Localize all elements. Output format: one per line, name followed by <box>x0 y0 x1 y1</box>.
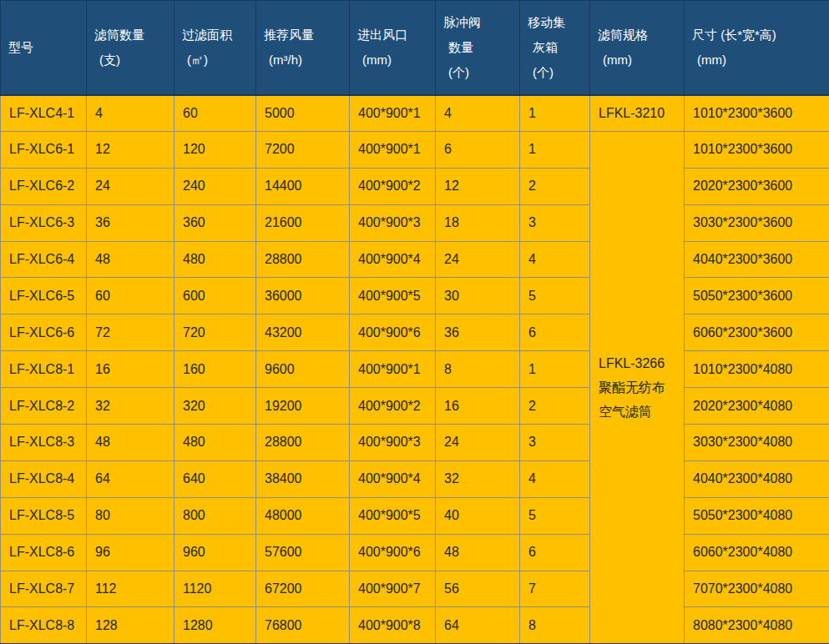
col-header-model: 型号 <box>1 1 87 95</box>
table-row: LF-XLC8-8128128076800400*900*86488080*23… <box>1 607 829 644</box>
cell-airflow: 67200 <box>256 571 350 607</box>
col-header-line: 尺寸 (长*宽*高) <box>692 23 826 48</box>
cell-dimensions: 1010*2300*4080 <box>685 351 829 388</box>
cell-inlet_outlet: 400*900*1 <box>350 131 436 168</box>
cell-dimensions: 5050*2300*3600 <box>685 278 829 314</box>
cell-inlet_outlet: 400*900*3 <box>350 204 436 241</box>
cell-pulse_valves: 36 <box>436 314 520 351</box>
cell-model: LF-XLC8-1 <box>1 351 87 388</box>
cell-cartridge_count: 60 <box>87 278 174 314</box>
table-row: LF-XLC8-7112112067200400*900*75677070*23… <box>1 571 829 607</box>
cell-pulse_valves: 48 <box>436 534 520 571</box>
cell-model: LF-XLC8-4 <box>1 460 87 497</box>
cell-model: LF-XLC6-6 <box>1 314 87 351</box>
cell-model: LF-XLC4-1 <box>1 95 87 132</box>
cell-inlet_outlet: 400*900*5 <box>350 278 436 314</box>
cell-pulse_valves: 30 <box>436 278 520 314</box>
col-header-line: 滤筒数量 <box>94 23 170 48</box>
col-header-filter_area: 过滤面积(㎡) <box>174 1 256 95</box>
cell-cartridge_count: 72 <box>87 314 174 351</box>
cell-pulse_valves: 56 <box>436 571 520 607</box>
cell-dust_box: 1 <box>520 95 590 132</box>
cell-dimensions: 3030*2300*3600 <box>685 204 829 241</box>
cell-dust_box: 2 <box>520 168 590 204</box>
cell-inlet_outlet: 400*900*5 <box>350 497 436 534</box>
cell-pulse_valves: 18 <box>436 204 520 241</box>
cell-inlet_outlet: 400*900*3 <box>350 425 436 461</box>
cell-filter_area: 640 <box>174 460 256 497</box>
cell-airflow: 57600 <box>256 534 350 571</box>
col-header-line: (mm) <box>692 48 826 73</box>
col-header-dimensions: 尺寸 (长*宽*高)(mm) <box>685 1 829 95</box>
cell-cartridge_count: 80 <box>87 497 174 534</box>
cell-filter_area: 800 <box>174 497 256 534</box>
cell-filter_area: 1280 <box>174 607 256 644</box>
cell-dust_box: 3 <box>520 425 590 461</box>
cell-cartridge_count: 24 <box>87 168 174 204</box>
cell-filter_area: 160 <box>174 351 256 388</box>
cell-cartridge_count: 36 <box>87 204 174 241</box>
product-spec-table: 型号滤筒数量(支)过滤面积(㎡)推荐风量(m³/h)进出风口(mm)脉冲阀数量(… <box>0 0 829 644</box>
cell-filter_area: 60 <box>174 95 256 132</box>
table-row: LF-XLC8-23232019200400*900*21622020*2300… <box>1 388 829 425</box>
cell-inlet_outlet: 400*900*4 <box>350 241 436 278</box>
col-header-dust_box: 移动集灰箱(个) <box>520 1 590 95</box>
cell-inlet_outlet: 400*900*6 <box>350 534 436 571</box>
table-row: LF-XLC8-69696057600400*900*64866060*2300… <box>1 534 829 571</box>
col-header-line: 滤筒规格 <box>598 23 680 48</box>
cell-model: LF-XLC8-7 <box>1 571 87 607</box>
cell-filter_area: 1120 <box>174 571 256 607</box>
cell-pulse_valves: 8 <box>436 351 520 388</box>
cell-dimensions: 8080*2300*4080 <box>685 607 829 644</box>
cell-airflow: 38400 <box>256 460 350 497</box>
cell-filter_area: 360 <box>174 204 256 241</box>
cell-cartridge_count: 64 <box>87 460 174 497</box>
cell-filter_area: 120 <box>174 131 256 168</box>
cell-airflow: 14400 <box>256 168 350 204</box>
table-row: LF-XLC6-44848028800400*900*42444040*2300… <box>1 241 829 278</box>
col-header-airflow: 推荐风量(m³/h) <box>256 1 350 95</box>
cell-dust_box: 1 <box>520 131 590 168</box>
cell-filter_area: 240 <box>174 168 256 204</box>
cell-airflow: 9600 <box>256 351 350 388</box>
cell-cartridge_count: 12 <box>87 131 174 168</box>
cell-dust_box: 6 <box>520 534 590 571</box>
cell-inlet_outlet: 400*900*7 <box>350 571 436 607</box>
cell-cartridge_count: 48 <box>87 241 174 278</box>
col-header-pulse_valves: 脉冲阀数量(个) <box>436 1 520 95</box>
cell-cartridge_count: 32 <box>87 388 174 425</box>
cell-model: LF-XLC6-4 <box>1 241 87 278</box>
col-header-line: 数量 <box>443 35 516 60</box>
col-header-line: (mm) <box>598 48 680 73</box>
cell-dimensions: 2020*2300*3600 <box>685 168 829 204</box>
cell-inlet_outlet: 400*900*1 <box>350 351 436 388</box>
cell-pulse_valves: 32 <box>436 460 520 497</box>
spec-line: 聚酯无纺布 <box>599 375 680 400</box>
cell-dimensions: 6060*2300*4080 <box>685 534 829 571</box>
table-row: LF-XLC8-34848028800400*900*32433030*2300… <box>1 425 829 461</box>
cell-dimensions: 4040*2300*4080 <box>685 460 829 497</box>
header-row: 型号滤筒数量(支)过滤面积(㎡)推荐风量(m³/h)进出风口(mm)脉冲阀数量(… <box>1 1 829 95</box>
cell-pulse_valves: 6 <box>436 131 520 168</box>
col-header-cartridge_count: 滤筒数量(支) <box>87 1 174 95</box>
cell-pulse_valves: 64 <box>436 607 520 644</box>
cell-model: LF-XLC8-3 <box>1 425 87 461</box>
col-header-line: 推荐风量 <box>264 23 346 48</box>
spec-line: LFKL-3266 <box>599 351 680 375</box>
cell-airflow: 43200 <box>256 314 350 351</box>
cell-dust_box: 6 <box>520 314 590 351</box>
cell-pulse_valves: 24 <box>436 241 520 278</box>
cell-pulse_valves: 12 <box>436 168 520 204</box>
table-row: LF-XLC6-1121207200400*900*161LFKL-3266聚酯… <box>1 131 829 168</box>
cell-filter_area: 480 <box>174 241 256 278</box>
table-row: LF-XLC8-58080048000400*900*54055050*2300… <box>1 497 829 534</box>
cell-pulse_valves: 40 <box>436 497 520 534</box>
cell-inlet_outlet: 400*900*1 <box>350 95 436 132</box>
cell-filter_area: 960 <box>174 534 256 571</box>
col-header-line: 进出风口 <box>357 23 432 48</box>
cell-dust_box: 5 <box>520 497 590 534</box>
col-header-line: 型号 <box>8 35 83 60</box>
cell-spec: LFKL-3210 <box>590 95 685 132</box>
cell-airflow: 76800 <box>256 607 350 644</box>
cell-model: LF-XLC8-8 <box>1 607 87 644</box>
